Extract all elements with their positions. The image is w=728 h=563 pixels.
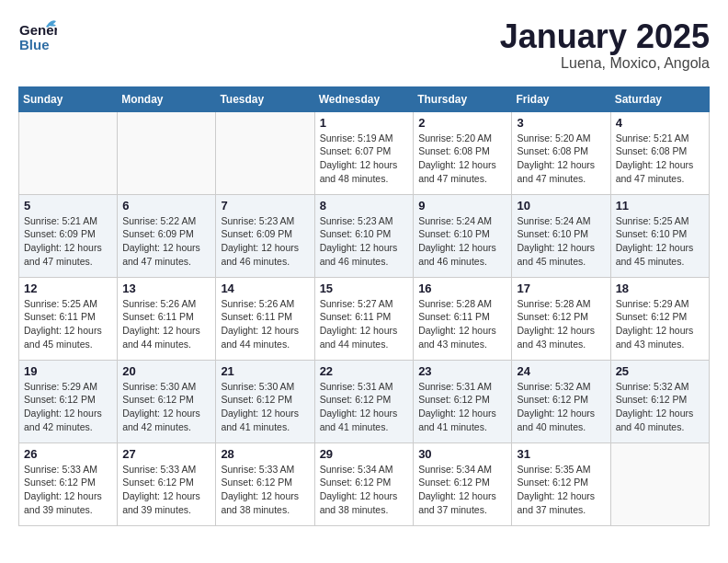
calendar-day-cell: 8Sunrise: 5:23 AM Sunset: 6:10 PM Daylig…	[314, 194, 414, 277]
day-number: 18	[616, 282, 704, 295]
day-number: 16	[418, 282, 506, 295]
day-number: 14	[221, 282, 309, 295]
day-info: Sunrise: 5:24 AM Sunset: 6:10 PM Dayligh…	[418, 214, 506, 269]
day-info: Sunrise: 5:21 AM Sunset: 6:08 PM Dayligh…	[616, 132, 704, 186]
day-number: 2	[418, 116, 506, 130]
calendar-week-row: 5Sunrise: 5:21 AM Sunset: 6:09 PM Daylig…	[19, 194, 710, 277]
day-number: 28	[221, 447, 309, 461]
calendar-day-cell: 23Sunrise: 5:31 AM Sunset: 6:12 PM Dayli…	[414, 360, 512, 442]
day-info: Sunrise: 5:32 AM Sunset: 6:12 PM Dayligh…	[517, 380, 605, 434]
day-info: Sunrise: 5:21 AM Sunset: 6:09 PM Dayligh…	[24, 214, 112, 269]
day-info: Sunrise: 5:31 AM Sunset: 6:12 PM Dayligh…	[418, 380, 506, 434]
calendar-day-cell	[19, 111, 118, 194]
day-number: 22	[320, 364, 409, 378]
day-number: 8	[320, 199, 409, 213]
day-info: Sunrise: 5:25 AM Sunset: 6:10 PM Dayligh…	[616, 214, 704, 269]
day-info: Sunrise: 5:20 AM Sunset: 6:08 PM Dayligh…	[517, 132, 605, 186]
day-info: Sunrise: 5:30 AM Sunset: 6:12 PM Dayligh…	[221, 380, 309, 434]
day-info: Sunrise: 5:29 AM Sunset: 6:12 PM Dayligh…	[616, 297, 704, 351]
day-info: Sunrise: 5:35 AM Sunset: 6:12 PM Dayligh…	[517, 463, 605, 517]
day-number: 30	[418, 447, 506, 461]
day-info: Sunrise: 5:22 AM Sunset: 6:09 PM Dayligh…	[122, 214, 210, 269]
calendar-day-cell: 31Sunrise: 5:35 AM Sunset: 6:12 PM Dayli…	[512, 442, 610, 525]
calendar-day-cell: 11Sunrise: 5:25 AM Sunset: 6:10 PM Dayli…	[610, 194, 709, 277]
calendar-day-cell: 28Sunrise: 5:33 AM Sunset: 6:12 PM Dayli…	[216, 442, 314, 525]
day-number: 12	[24, 282, 112, 295]
calendar-week-row: 26Sunrise: 5:33 AM Sunset: 6:12 PM Dayli…	[19, 442, 710, 525]
calendar-day-cell: 14Sunrise: 5:26 AM Sunset: 6:11 PM Dayli…	[216, 277, 314, 360]
calendar-day-cell	[216, 111, 314, 194]
calendar-day-cell: 9Sunrise: 5:24 AM Sunset: 6:10 PM Daylig…	[414, 194, 512, 277]
location-title: Luena, Moxico, Angola	[500, 55, 710, 72]
day-number: 7	[221, 199, 309, 213]
calendar-day-cell: 3Sunrise: 5:20 AM Sunset: 6:08 PM Daylig…	[512, 111, 610, 194]
day-number: 24	[517, 364, 605, 378]
day-number: 19	[24, 364, 112, 378]
calendar-day-cell: 29Sunrise: 5:34 AM Sunset: 6:12 PM Dayli…	[314, 442, 414, 525]
calendar-day-cell: 4Sunrise: 5:21 AM Sunset: 6:08 PM Daylig…	[610, 111, 709, 194]
day-number: 1	[320, 116, 409, 130]
calendar-header-row: SundayMondayTuesdayWednesdayThursdayFrid…	[19, 86, 710, 111]
calendar-day-cell: 27Sunrise: 5:33 AM Sunset: 6:12 PM Dayli…	[118, 442, 216, 525]
day-info: Sunrise: 5:34 AM Sunset: 6:12 PM Dayligh…	[418, 463, 506, 517]
page-header: General Blue January 2025 Luena, Moxico,…	[18, 18, 710, 72]
day-number: 10	[517, 199, 605, 213]
day-info: Sunrise: 5:28 AM Sunset: 6:12 PM Dayligh…	[517, 297, 605, 351]
calendar-table: SundayMondayTuesdayWednesdayThursdayFrid…	[18, 86, 710, 526]
day-number: 17	[517, 282, 605, 295]
calendar-day-cell: 20Sunrise: 5:30 AM Sunset: 6:12 PM Dayli…	[118, 360, 216, 442]
calendar-day-cell: 10Sunrise: 5:24 AM Sunset: 6:10 PM Dayli…	[512, 194, 610, 277]
day-number: 21	[221, 364, 309, 378]
day-info: Sunrise: 5:31 AM Sunset: 6:12 PM Dayligh…	[320, 380, 409, 434]
day-info: Sunrise: 5:32 AM Sunset: 6:12 PM Dayligh…	[616, 380, 704, 434]
calendar-day-cell: 25Sunrise: 5:32 AM Sunset: 6:12 PM Dayli…	[610, 360, 709, 442]
weekday-header: Sunday	[19, 86, 118, 111]
svg-text:Blue: Blue	[19, 37, 50, 52]
calendar-day-cell	[610, 442, 709, 525]
day-number: 29	[320, 447, 409, 461]
day-number: 31	[517, 447, 605, 461]
calendar-day-cell: 2Sunrise: 5:20 AM Sunset: 6:08 PM Daylig…	[414, 111, 512, 194]
day-info: Sunrise: 5:19 AM Sunset: 6:07 PM Dayligh…	[320, 132, 409, 186]
calendar-week-row: 12Sunrise: 5:25 AM Sunset: 6:11 PM Dayli…	[19, 277, 710, 360]
calendar-day-cell: 1Sunrise: 5:19 AM Sunset: 6:07 PM Daylig…	[314, 111, 414, 194]
weekday-header: Monday	[118, 86, 216, 111]
day-number: 13	[122, 282, 210, 295]
calendar-week-row: 1Sunrise: 5:19 AM Sunset: 6:07 PM Daylig…	[19, 111, 710, 194]
calendar-day-cell: 17Sunrise: 5:28 AM Sunset: 6:12 PM Dayli…	[512, 277, 610, 360]
day-info: Sunrise: 5:30 AM Sunset: 6:12 PM Dayligh…	[122, 380, 210, 434]
logo-svg: General Blue	[18, 18, 57, 57]
day-info: Sunrise: 5:34 AM Sunset: 6:12 PM Dayligh…	[320, 463, 409, 517]
weekday-header: Saturday	[610, 86, 709, 111]
day-info: Sunrise: 5:20 AM Sunset: 6:08 PM Dayligh…	[418, 132, 506, 186]
day-number: 6	[122, 199, 210, 213]
day-number: 9	[418, 199, 506, 213]
day-number: 11	[616, 199, 704, 213]
calendar-day-cell: 26Sunrise: 5:33 AM Sunset: 6:12 PM Dayli…	[19, 442, 118, 525]
calendar-day-cell: 16Sunrise: 5:28 AM Sunset: 6:11 PM Dayli…	[414, 277, 512, 360]
day-info: Sunrise: 5:26 AM Sunset: 6:11 PM Dayligh…	[122, 297, 210, 351]
calendar-week-row: 19Sunrise: 5:29 AM Sunset: 6:12 PM Dayli…	[19, 360, 710, 442]
title-section: January 2025 Luena, Moxico, Angola	[500, 18, 710, 72]
calendar-day-cell	[118, 111, 216, 194]
day-info: Sunrise: 5:33 AM Sunset: 6:12 PM Dayligh…	[24, 463, 112, 517]
calendar-day-cell: 21Sunrise: 5:30 AM Sunset: 6:12 PM Dayli…	[216, 360, 314, 442]
calendar-day-cell: 19Sunrise: 5:29 AM Sunset: 6:12 PM Dayli…	[19, 360, 118, 442]
weekday-header: Tuesday	[216, 86, 314, 111]
day-number: 26	[24, 447, 112, 461]
day-info: Sunrise: 5:24 AM Sunset: 6:10 PM Dayligh…	[517, 214, 605, 269]
calendar-day-cell: 24Sunrise: 5:32 AM Sunset: 6:12 PM Dayli…	[512, 360, 610, 442]
day-info: Sunrise: 5:33 AM Sunset: 6:12 PM Dayligh…	[122, 463, 210, 517]
calendar-day-cell: 13Sunrise: 5:26 AM Sunset: 6:11 PM Dayli…	[118, 277, 216, 360]
day-info: Sunrise: 5:25 AM Sunset: 6:11 PM Dayligh…	[24, 297, 112, 351]
calendar-day-cell: 6Sunrise: 5:22 AM Sunset: 6:09 PM Daylig…	[118, 194, 216, 277]
calendar-day-cell: 15Sunrise: 5:27 AM Sunset: 6:11 PM Dayli…	[314, 277, 414, 360]
logo: General Blue	[18, 18, 57, 57]
day-info: Sunrise: 5:33 AM Sunset: 6:12 PM Dayligh…	[221, 463, 309, 517]
day-info: Sunrise: 5:23 AM Sunset: 6:09 PM Dayligh…	[221, 214, 309, 269]
day-info: Sunrise: 5:29 AM Sunset: 6:12 PM Dayligh…	[24, 380, 112, 434]
calendar-day-cell: 7Sunrise: 5:23 AM Sunset: 6:09 PM Daylig…	[216, 194, 314, 277]
calendar-day-cell: 18Sunrise: 5:29 AM Sunset: 6:12 PM Dayli…	[610, 277, 709, 360]
day-number: 3	[517, 116, 605, 130]
calendar-day-cell: 12Sunrise: 5:25 AM Sunset: 6:11 PM Dayli…	[19, 277, 118, 360]
